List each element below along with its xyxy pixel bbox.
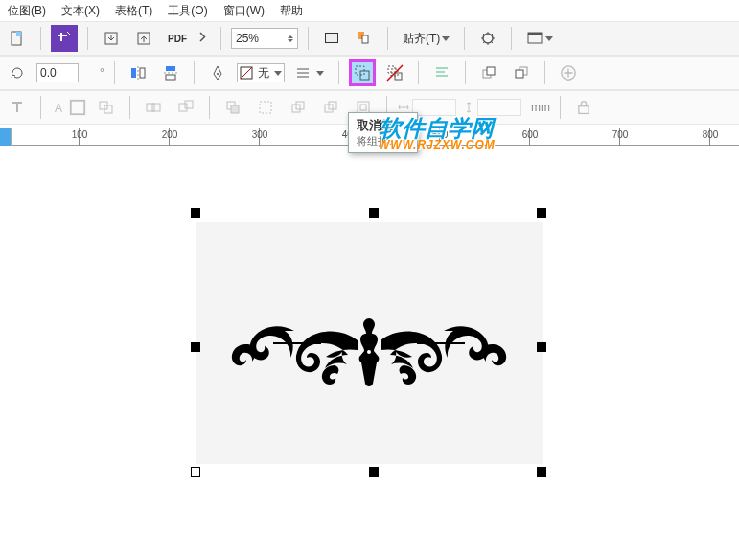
snap-dropdown[interactable]: 贴齐(T) [398,25,454,52]
fill-dropdown[interactable]: 无 [237,63,285,82]
text-tool-button[interactable] [4,94,31,121]
separator [544,61,545,84]
svg-rect-10 [528,33,542,35]
pdf-export-button[interactable]: PDF [163,25,211,52]
options-button[interactable] [474,25,501,52]
svg-rect-5 [326,34,337,42]
menu-tools[interactable]: 工具(O) [168,3,207,19]
outline-width-dropdown[interactable] [290,59,329,86]
toolbar-main: PDF 25% 贴齐(T) [0,21,739,56]
ruler-origin[interactable] [0,128,12,146]
svg-rect-48 [273,342,321,344]
to-back-button[interactable] [508,59,535,86]
menu-help[interactable]: 帮助 [280,3,303,19]
svg-rect-33 [147,104,154,111]
svg-point-47 [367,350,371,354]
char-button[interactable]: A [51,94,87,121]
rotation-input[interactable]: 0.0 [36,63,79,82]
lock-ratio-button[interactable] [570,94,597,121]
menu-text[interactable]: 文本(X) [61,3,100,19]
zoom-input[interactable]: 25% [231,28,298,49]
ungroup-button[interactable] [349,59,376,86]
mirror-v-button[interactable] [157,59,184,86]
separator [40,96,41,119]
front-minus-button[interactable] [285,94,312,121]
separator [114,61,115,84]
zoom-value: 25% [236,32,259,45]
separator [387,27,388,50]
handle-nw[interactable] [191,208,200,218]
toolbar-properties: 0.0 ° 无 [0,56,739,90]
svg-rect-7 [362,35,368,43]
handle-sw[interactable] [191,467,200,477]
rotation-stepper[interactable] [84,59,98,86]
separator [129,96,130,119]
separator [87,27,88,50]
svg-rect-49 [417,342,465,344]
svg-rect-45 [360,105,366,110]
ornament-object[interactable] [216,304,522,400]
svg-rect-25 [487,67,495,75]
svg-rect-27 [516,70,523,78]
watermark-url: WWW.RJZXW.COM [379,138,496,152]
import-button[interactable] [98,25,125,52]
degree-symbol: ° [100,66,104,80]
crop-button[interactable] [51,25,78,52]
svg-rect-11 [131,68,136,78]
handle-n[interactable] [369,208,379,218]
svg-rect-46 [579,106,589,114]
separator [338,61,339,84]
svg-rect-39 [260,102,271,113]
svg-rect-35 [179,104,187,111]
svg-rect-14 [166,75,175,80]
mirror-h-button[interactable] [125,59,151,86]
svg-text:A: A [55,102,62,115]
to-front-button[interactable] [475,59,502,86]
separator [511,27,512,50]
back-minus-button[interactable] [317,94,344,121]
separator [465,61,466,84]
export-button[interactable] [130,25,157,52]
trim-button[interactable] [173,94,199,121]
unit-label: mm [531,101,550,114]
handle-s[interactable] [369,467,379,477]
handle-se[interactable] [537,467,546,477]
rotate-button[interactable] [4,59,31,86]
menu-table[interactable]: 表格(T) [115,3,152,19]
separator [560,96,561,119]
handle-e[interactable] [537,342,546,352]
weld-button[interactable] [140,94,167,121]
intersect-button[interactable] [219,94,246,121]
svg-rect-36 [185,101,193,108]
separator [418,61,419,84]
new-doc-button[interactable] [4,25,31,52]
fullscreen-button[interactable] [318,25,345,52]
svg-rect-30 [71,101,84,114]
separator [464,27,465,50]
separator [209,96,210,119]
separator [220,27,221,50]
watermark: 软件自学网 WWW.RJZXW.COM [379,113,496,152]
add-button[interactable] [555,59,582,86]
separator [194,61,195,84]
menu-bar: 位图(B) 文本(X) 表格(T) 工具(O) 窗口(W) 帮助 [0,0,739,21]
launch-dropdown[interactable] [521,25,558,52]
handle-w[interactable] [191,342,200,352]
svg-rect-13 [166,66,175,71]
handle-ne[interactable] [537,208,546,218]
para-button[interactable] [93,94,120,121]
canvas[interactable] [0,184,739,560]
simplify-button[interactable] [252,94,279,121]
separator [40,27,41,50]
svg-point-15 [217,73,219,75]
svg-rect-12 [140,68,145,78]
align-button[interactable] [428,59,455,86]
preview-button[interactable] [351,25,378,52]
menu-bitmap[interactable]: 位图(B) [8,3,46,19]
svg-rect-1 [16,32,21,36]
ungroup-all-button[interactable] [381,59,408,86]
menu-window[interactable]: 窗口(W) [223,3,265,19]
pen-button[interactable] [204,59,231,86]
svg-rect-34 [152,104,160,111]
separator [308,27,309,50]
